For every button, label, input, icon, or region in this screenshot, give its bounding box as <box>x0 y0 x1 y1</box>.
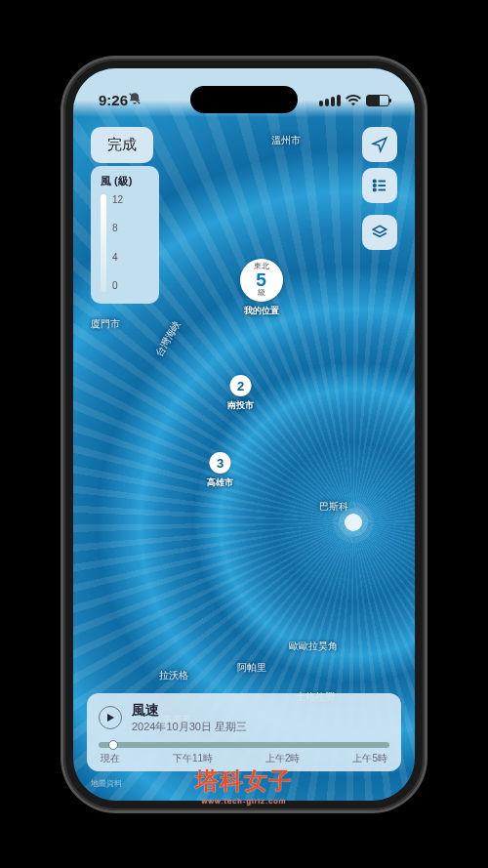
timeline-title: 風速 <box>132 702 247 720</box>
notch <box>190 86 298 113</box>
typhoon-eye-icon <box>345 514 362 531</box>
wind-legend: 風 (級) 12 8 4 0 <box>91 166 159 304</box>
wind-marker[interactable]: 2南投市 <box>227 375 254 412</box>
battery-icon <box>366 95 389 106</box>
play-icon <box>105 713 115 723</box>
location-arrow-icon <box>371 136 388 153</box>
phone-frame: 9:26 完成 風 (級) <box>63 59 425 810</box>
status-time: 9:26 <box>99 92 128 108</box>
legend-tick: 4 <box>112 252 123 263</box>
status-right <box>319 95 389 106</box>
timeline-slider[interactable] <box>99 742 389 748</box>
map-attribution: 地圖資料 <box>91 778 122 789</box>
layers-button[interactable] <box>362 215 397 250</box>
marker-city-label: 我的位置 <box>244 305 279 317</box>
wind-marker[interactable]: 3高雄市 <box>207 452 233 489</box>
screen: 9:26 完成 風 (級) <box>73 68 415 801</box>
timeline-date: 2024年10月30日 星期三 <box>132 720 247 734</box>
marker-city-label: 南投市 <box>227 399 254 412</box>
marker-value: 3 <box>210 452 231 474</box>
watermark: 塔科女子 www.tech-girlz.com <box>195 765 293 806</box>
legend-tick: 8 <box>112 223 123 233</box>
marker-badge: 東北5級 <box>240 259 283 302</box>
play-button[interactable] <box>99 706 122 729</box>
legend-title: 風 (級) <box>101 174 149 188</box>
timeline-tick: 上午2時 <box>265 752 301 765</box>
signal-icon <box>319 95 341 106</box>
legend-bar <box>101 194 106 292</box>
timeline-thumb[interactable] <box>108 740 118 750</box>
marker-value: 5 <box>256 270 266 289</box>
timeline-tick: 現在 <box>101 752 120 765</box>
svg-point-1 <box>374 180 376 182</box>
map-label: 阿帕里 <box>237 661 266 675</box>
wind-marker[interactable]: 東北5級我的位置 <box>240 259 283 317</box>
map-label: 廈門市 <box>91 317 120 331</box>
locate-button[interactable] <box>362 127 397 162</box>
map-label: 歐歐拉昊角 <box>289 640 338 653</box>
done-button[interactable]: 完成 <box>91 127 153 163</box>
svg-point-5 <box>374 188 376 190</box>
marker-city-label: 高雄市 <box>207 476 233 489</box>
legend-tick: 0 <box>112 280 123 291</box>
map-label: 溫州市 <box>271 134 301 147</box>
timeline-tick: 上午5時 <box>352 752 387 765</box>
marker-unit: 級 <box>258 289 265 297</box>
svg-point-3 <box>374 184 376 186</box>
map-label: 巴斯科 <box>319 500 348 514</box>
legend-ticks: 12 8 4 0 <box>112 194 123 292</box>
marker-value: 2 <box>230 375 252 396</box>
watermark-text: 塔科女子 <box>195 765 293 797</box>
timeline-panel: 風速 2024年10月30日 星期三 現在 下午11時 上午2時 上午5時 <box>87 693 401 771</box>
timeline-ticks: 現在 下午11時 上午2時 上午5時 <box>99 752 389 765</box>
map-label: 拉沃格 <box>159 669 188 682</box>
timeline-tick: 下午11時 <box>173 752 213 765</box>
watermark-url: www.tech-girlz.com <box>195 797 293 806</box>
layers-icon <box>371 224 388 241</box>
dnd-icon <box>128 92 142 108</box>
legend-tick: 12 <box>112 194 123 205</box>
wifi-icon <box>346 95 361 106</box>
list-button[interactable] <box>362 168 397 203</box>
list-icon <box>371 177 388 194</box>
